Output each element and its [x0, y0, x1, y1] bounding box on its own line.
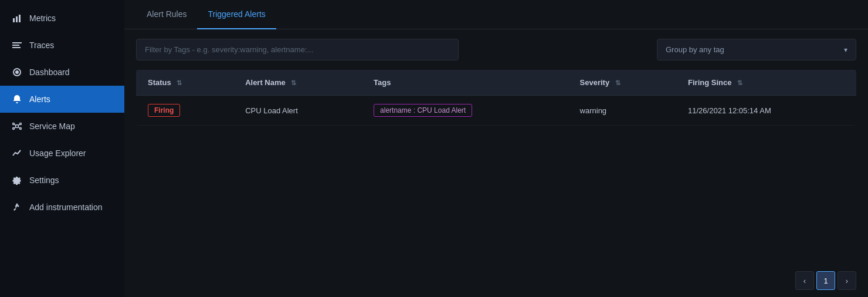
rocket-icon — [12, 202, 22, 212]
sidebar-item-alerts[interactable]: Alerts — [0, 86, 124, 113]
page-1-button[interactable]: 1 — [816, 271, 835, 290]
sort-icon-alert-name: ⇅ — [291, 79, 296, 87]
sidebar-item-traces-label: Traces — [29, 41, 54, 50]
alerts-table-container: Status ⇅ Alert Name ⇅ Tags Severity ⇅ — [124, 70, 868, 264]
bell-icon — [12, 94, 22, 104]
col-header-alert-name[interactable]: Alert Name ⇅ — [233, 70, 362, 96]
chevron-down-icon: ▾ — [844, 46, 847, 54]
svg-rect-3 — [12, 42, 22, 43]
prev-page-button[interactable]: ‹ — [795, 271, 814, 290]
circle-icon — [12, 67, 22, 77]
filter-row: Group by any tag ▾ — [124, 29, 868, 70]
sidebar-item-add-instrumentation[interactable]: Add instrumentation — [0, 194, 124, 221]
svg-line-17 — [19, 127, 20, 129]
chart-line-icon — [12, 148, 22, 158]
filter-input[interactable] — [136, 39, 459, 60]
svg-rect-0 — [13, 18, 15, 22]
alerts-table: Status ⇅ Alert Name ⇅ Tags Severity ⇅ — [136, 70, 856, 126]
sidebar-item-settings-label: Settings — [29, 176, 59, 185]
network-icon — [12, 121, 22, 131]
svg-rect-4 — [12, 45, 19, 46]
svg-line-15 — [19, 124, 20, 126]
sort-icon-firing-since: ⇅ — [737, 79, 742, 87]
cell-tags: alertname : CPU Load Alert — [362, 96, 568, 126]
svg-point-7 — [16, 71, 18, 73]
cell-status: Firing — [136, 96, 233, 126]
group-by-label: Group by any tag — [666, 45, 724, 54]
sidebar-item-dashboard-label: Dashboard — [29, 68, 70, 77]
col-header-tags: Tags — [362, 70, 568, 96]
svg-point-18 — [18, 205, 19, 207]
sidebar-item-traces[interactable]: Traces — [0, 32, 124, 59]
sidebar-item-alerts-label: Alerts — [29, 95, 50, 104]
svg-rect-2 — [19, 15, 21, 22]
svg-rect-5 — [12, 47, 21, 48]
sidebar-item-add-instrumentation-label: Add instrumentation — [29, 203, 103, 212]
tab-alert-rules[interactable]: Alert Rules — [136, 0, 197, 29]
svg-point-9 — [16, 125, 19, 128]
col-header-firing-since[interactable]: Firing Since ⇅ — [676, 70, 856, 96]
sidebar-item-metrics-label: Metrics — [29, 14, 56, 23]
menu-icon — [12, 40, 22, 50]
cell-alert-name: CPU Load Alert — [233, 96, 362, 126]
group-by-select[interactable]: Group by any tag ▾ — [657, 39, 856, 60]
cell-firing-since: 11/26/2021 12:05:14 AM — [676, 96, 856, 126]
pagination: ‹ 1 › — [124, 264, 868, 297]
sidebar: Metrics Traces Dashboard Alerts — [0, 0, 124, 297]
svg-rect-8 — [16, 102, 18, 103]
sidebar-item-usage-explorer[interactable]: Usage Explorer — [0, 140, 124, 167]
sidebar-item-settings[interactable]: Settings — [0, 167, 124, 194]
svg-line-14 — [15, 124, 16, 126]
sidebar-item-service-map[interactable]: Service Map — [0, 113, 124, 140]
sidebar-item-metrics[interactable]: Metrics — [0, 5, 124, 32]
sidebar-item-service-map-label: Service Map — [29, 122, 75, 131]
tabs-bar: Alert Rules Triggered Alerts — [124, 0, 868, 29]
next-page-button[interactable]: › — [838, 271, 856, 290]
table-row[interactable]: Firing CPU Load Alert alertname : CPU Lo… — [136, 96, 856, 126]
gear-icon — [12, 175, 22, 185]
chart-bar-icon — [12, 13, 22, 23]
cell-severity: warning — [568, 96, 676, 126]
sidebar-item-usage-explorer-label: Usage Explorer — [29, 148, 86, 158]
main-content: Alert Rules Triggered Alerts Group by an… — [124, 0, 868, 297]
sidebar-item-dashboard[interactable]: Dashboard — [0, 59, 124, 86]
svg-line-16 — [15, 127, 16, 129]
status-badge: Firing — [148, 104, 180, 117]
svg-rect-1 — [16, 16, 18, 22]
col-header-status[interactable]: Status ⇅ — [136, 70, 233, 96]
tab-triggered-alerts[interactable]: Triggered Alerts — [197, 0, 276, 29]
tag-badge: alertname : CPU Load Alert — [374, 104, 472, 117]
table-header-row: Status ⇅ Alert Name ⇅ Tags Severity ⇅ — [136, 70, 856, 96]
sort-icon-severity: ⇅ — [615, 79, 621, 87]
col-header-severity[interactable]: Severity ⇅ — [568, 70, 676, 96]
sort-icon-status: ⇅ — [177, 79, 182, 87]
